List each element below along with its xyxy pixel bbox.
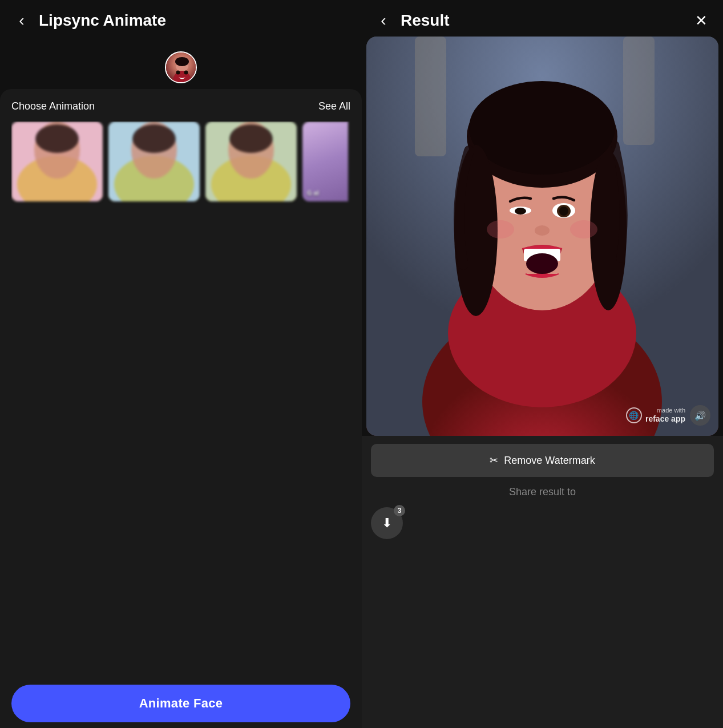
animation-thumbnail-1[interactable] — [11, 122, 103, 201]
svg-point-50 — [469, 81, 615, 175]
svg-point-58 — [535, 225, 550, 236]
svg-point-62 — [570, 220, 597, 238]
see-all-button[interactable]: See All — [318, 100, 350, 112]
svg-point-32 — [35, 124, 79, 153]
scissor-icon: ✂ — [490, 454, 498, 467]
back-button-right[interactable]: ‹ — [373, 10, 394, 31]
bottom-section: Choose Animation See All — [0, 89, 362, 728]
download-badge: 3 — [394, 505, 405, 516]
share-icons-row: 3 ⬇ — [371, 504, 714, 543]
choose-animation-label: Choose Animation — [11, 100, 95, 112]
svg-point-36 — [132, 124, 176, 153]
svg-point-61 — [487, 220, 514, 238]
svg-point-57 — [559, 207, 568, 216]
right-panel-title: Result — [401, 11, 684, 30]
svg-point-40 — [229, 124, 273, 153]
animation-thumbnail-partial[interactable]: G al — [302, 122, 348, 201]
avatar[interactable] — [165, 51, 197, 83]
right-header: ‹ Result ✕ — [362, 0, 723, 37]
back-button-left[interactable]: ‹ — [11, 10, 32, 31]
svg-point-28 — [184, 71, 188, 75]
svg-point-27 — [176, 71, 180, 75]
result-photo-container: 🌐 made with reface app 🔊 — [366, 37, 718, 436]
animation-thumbnails: G al — [11, 122, 350, 677]
svg-point-54 — [515, 208, 526, 215]
close-button[interactable]: ✕ — [691, 10, 712, 31]
left-panel: ‹ Lipsync Animate — [0, 0, 362, 728]
animation-thumbnail-3[interactable] — [205, 122, 297, 201]
made-with-text: made with — [645, 407, 685, 414]
svg-point-60 — [526, 253, 558, 274]
download-button-wrapper: 3 ⬇ — [371, 507, 403, 539]
remove-watermark-label: Remove Watermark — [504, 455, 595, 467]
reface-app-text: reface app — [645, 414, 685, 424]
left-panel-title: Lipsync Animate — [39, 11, 166, 30]
animate-face-button[interactable]: Animate Face — [11, 685, 350, 722]
svg-rect-43 — [415, 37, 446, 156]
svg-rect-44 — [623, 37, 655, 145]
remove-watermark-button[interactable]: ✂ Remove Watermark — [371, 444, 714, 477]
result-photo: 🌐 made with reface app 🔊 — [366, 37, 718, 436]
download-icon: ⬇ — [382, 517, 392, 529]
partial-label: G al — [307, 189, 319, 197]
choose-animation-row: Choose Animation See All — [11, 100, 350, 112]
globe-icon: 🌐 — [626, 407, 642, 423]
svg-point-26 — [175, 57, 189, 66]
animation-thumbnail-2[interactable] — [108, 122, 200, 201]
left-header: ‹ Lipsync Animate — [0, 0, 362, 37]
avatar-row — [0, 42, 362, 89]
reface-logo: 🌐 made with reface app — [626, 407, 685, 424]
result-bottom: ✂ Remove Watermark Share result to 3 ⬇ — [362, 436, 723, 728]
share-result-label: Share result to — [371, 486, 714, 498]
watermark-overlay: 🌐 made with reface app 🔊 — [626, 405, 710, 426]
reface-text: made with reface app — [645, 407, 685, 424]
right-panel: ‹ Result ✕ — [362, 0, 723, 728]
sound-button[interactable]: 🔊 — [690, 405, 710, 426]
